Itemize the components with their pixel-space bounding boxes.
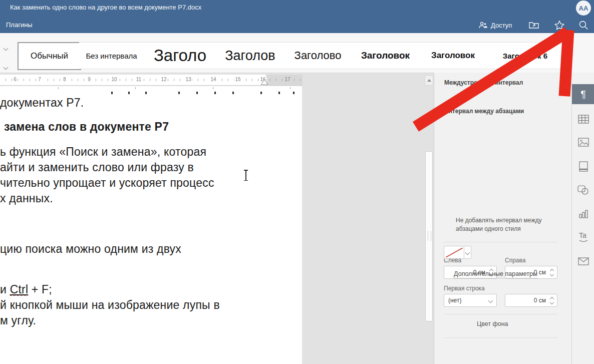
chart-icon [578,209,588,218]
ruler-number: 15 [234,77,241,82]
users-icon [478,21,488,29]
style-heading6[interactable]: Заголовок 6 [487,42,564,69]
style-heading4[interactable]: Заголовок [352,42,420,69]
background-color-picker[interactable] [444,246,471,259]
first-line-dropdown[interactable]: (нет) [444,294,497,307]
textart-settings-tool[interactable]: Ta [572,227,594,247]
page-icon [579,161,588,172]
style-no-spacing[interactable]: Без интервала [79,42,144,69]
ruler-number: 17 [283,77,291,82]
right-toolbar: ¶ Ta [571,73,594,364]
divider [444,337,557,338]
document-page[interactable]: документах Р7. замена слов в документе Р… [0,86,302,364]
shape-icon [577,185,589,195]
ruler-number: 11 [135,77,142,82]
doc-line-ctrl: и Ctrl + F; [0,283,52,296]
header-bar: Как заменить одно слово на другое во все… [0,0,594,33]
horizontal-ruler[interactable]: 6 7 8 9 10 11 12 13 14 15 16 17 [0,75,303,86]
right-label: Справа [505,257,525,264]
style-heading5[interactable]: Заголовок [419,42,487,69]
stepper-arrows-icon[interactable] [550,296,555,306]
no-spacing-between-label: Не добавлять интервал между абзацами одн… [456,216,560,233]
search-button[interactable] [578,19,589,31]
ruler-number: 12 [160,77,167,82]
open-file-location-button[interactable] [528,19,539,31]
chart-settings-tool[interactable] [572,204,594,224]
gallery-chevron-up-icon[interactable] [4,43,9,48]
line-spacing-title: Междустрочный интервал [444,79,523,86]
chevron-down-icon [465,250,470,255]
mail-merge-tool[interactable] [572,251,594,271]
doc-line: м углу. [0,314,36,327]
ruler-number: 10 [110,77,118,82]
ruler-ticks [0,79,303,81]
doc-line: ь функция «Поиск и замена», которая [0,145,206,159]
doc-heading: замена слов в документе Р7 [4,120,169,134]
app-window: Как заменить одно слово на другое во все… [0,0,594,364]
doc-line: цию поиска можно одним из двух [0,242,181,256]
table-settings-tool[interactable] [572,109,594,129]
gallery-chevron-down-icon[interactable] [4,62,9,67]
textart-icon: Ta [578,231,589,242]
background-color-label: Цвет фона [477,320,508,327]
search-icon [578,20,589,31]
folder-icon [528,21,539,30]
styles-ribbon: Обычный Без интервала Заголо Заголов Заг… [0,33,594,73]
style-heading3[interactable]: Заголово [284,42,352,69]
chevron-down-icon [488,298,493,303]
shape-settings-tool[interactable] [572,180,594,200]
ctrl-underlined: Ctrl [10,283,29,296]
doc-line: чительно упрощает и ускоряет процесс [0,176,214,190]
paragraph-spacing-title: Интервал между абзацами [444,108,524,115]
svg-text:Ta: Ta [579,231,586,239]
style-heading1[interactable]: Заголо [144,42,217,69]
paragraph-settings-tool[interactable]: ¶ [572,84,594,104]
divider [444,242,557,242]
style-heading2[interactable]: Заголов [216,42,284,69]
share-access-button[interactable]: Доступ [478,19,512,31]
favorite-button[interactable] [554,19,565,31]
doc-line: документах Р7. [0,96,84,110]
ruler-number: 13 [184,77,192,82]
ruler-number: 9 [87,77,92,82]
tab-plugins[interactable]: Плагины [4,20,35,30]
style-normal[interactable]: Обычный [18,42,81,70]
divider [444,314,557,314]
first-line-stepper[interactable]: 0 см [505,294,557,307]
star-icon [554,20,565,31]
ruler-number: 14 [209,77,217,82]
envelope-icon [578,257,589,265]
image-icon [578,138,589,147]
image-settings-tool[interactable] [572,132,594,152]
doc-line: айти и заменить слово или фразу в [0,161,194,174]
avatar[interactable]: AA [576,1,591,16]
no-color-swatch [444,246,464,258]
doc-line: х данных. [0,192,53,205]
table-icon [578,115,589,124]
first-line-label: Первая строка [444,285,485,292]
check-icon: ✓ [564,48,573,57]
ruler-number: 6 [13,77,18,82]
doc-line: й кнопкой мыши на изображение лупы в [0,298,220,312]
scrollbar-thumb[interactable] [425,151,433,321]
headers-footers-tool[interactable] [572,156,594,176]
indent-marker[interactable] [260,79,268,85]
share-access-label: Доступ [491,22,512,29]
scrollbar-up-button[interactable] [425,75,433,86]
ruler-number: 7 [37,77,42,82]
document-title: Как заменить одно слово на другое во все… [10,4,201,11]
text-cursor-ibeam [243,169,248,182]
ruler-number: 8 [62,77,67,82]
advanced-settings-link[interactable]: Дополнительные параметры [434,270,557,277]
